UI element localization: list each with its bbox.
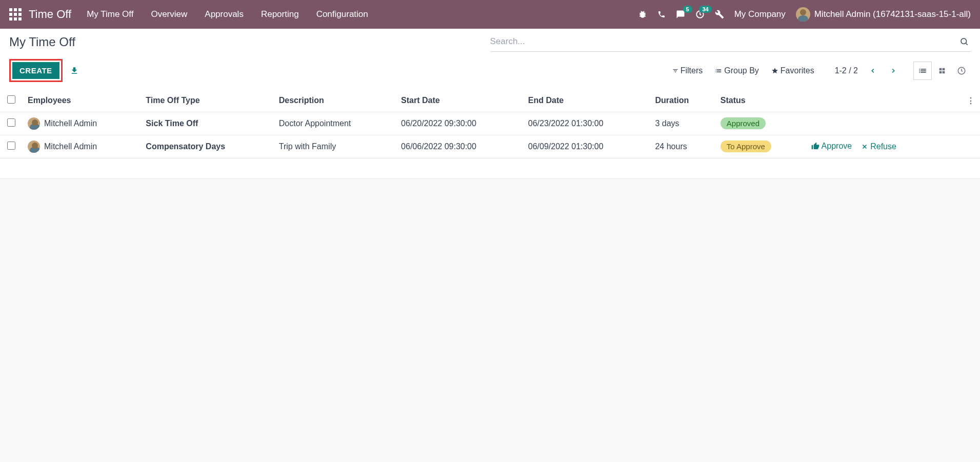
col-start[interactable]: Start Date <box>396 89 523 112</box>
search-input[interactable] <box>490 36 958 47</box>
col-end[interactable]: End Date <box>523 89 650 112</box>
filter-icon <box>672 68 678 74</box>
col-description[interactable]: Description <box>274 89 396 112</box>
table-row[interactable]: Mitchell AdminCompensatory DaysTrip with… <box>0 135 980 158</box>
activity-icon[interactable]: 34 <box>695 10 705 19</box>
download-icon[interactable] <box>67 63 82 78</box>
nav-item-configuration[interactable]: Configuration <box>316 9 368 19</box>
company-switcher[interactable]: My Company <box>734 9 786 19</box>
cell-actions <box>806 112 962 135</box>
cell-duration: 24 hours <box>650 135 715 158</box>
refuse-button[interactable]: Refuse <box>861 142 896 151</box>
cell-description: Trip with Family <box>274 135 396 158</box>
control-panel: My Time Off CREATE Filters Group By <box>0 29 980 89</box>
tools-icon[interactable] <box>715 10 724 19</box>
pager-text[interactable]: 1-2 / 2 <box>835 66 858 75</box>
cell-duration: 3 days <box>650 112 715 135</box>
view-activity-icon[interactable] <box>952 62 971 80</box>
col-duration[interactable]: Duration <box>650 89 715 112</box>
filters-button[interactable]: Filters <box>672 66 703 75</box>
view-kanban-icon[interactable] <box>933 62 951 80</box>
col-employees[interactable]: Employees <box>23 89 141 112</box>
row-checkbox[interactable] <box>7 118 15 127</box>
col-status[interactable]: Status <box>715 89 806 112</box>
col-type[interactable]: Time Off Type <box>141 89 273 112</box>
nav-item-approvals[interactable]: Approvals <box>205 9 244 19</box>
approve-button[interactable]: Approve <box>811 142 852 151</box>
cell-type: Sick Time Off <box>141 112 273 135</box>
cell-type: Compensatory Days <box>141 135 273 158</box>
search-icon[interactable] <box>957 35 971 48</box>
employee-name: Mitchell Admin <box>44 119 97 128</box>
cell-end: 06/09/2022 01:30:00 <box>523 135 650 158</box>
page-title: My Time Off <box>9 35 490 49</box>
status-badge: To Approve <box>721 140 771 152</box>
thumbs-up-icon <box>811 142 819 150</box>
list-icon <box>715 67 722 74</box>
phone-icon[interactable] <box>657 10 666 18</box>
status-badge: Approved <box>721 117 766 129</box>
view-list-icon[interactable] <box>913 62 932 80</box>
nav-item-reporting[interactable]: Reporting <box>261 9 299 19</box>
messaging-badge: 5 <box>683 6 692 13</box>
user-menu[interactable]: Mitchell Admin (16742131-saas-15-1-all) <box>796 7 971 22</box>
favorites-button[interactable]: Favorites <box>771 66 814 75</box>
user-name: Mitchell Admin (16742131-saas-15-1-all) <box>814 9 971 19</box>
nav-item-my-time-off[interactable]: My Time Off <box>87 9 133 19</box>
svg-point-1 <box>961 38 967 44</box>
cell-actions: ApproveRefuse <box>806 135 962 158</box>
create-highlight: CREATE <box>9 59 63 82</box>
row-checkbox[interactable] <box>7 142 15 150</box>
star-icon <box>771 67 778 74</box>
activity-badge: 34 <box>699 6 711 13</box>
user-avatar-icon <box>796 7 810 22</box>
close-icon <box>861 143 868 150</box>
employee-avatar-icon <box>28 140 40 153</box>
cell-end: 06/23/2022 01:30:00 <box>523 112 650 135</box>
optional-columns-icon[interactable]: ⋮ <box>967 96 975 105</box>
nav-menu: My Time Off Overview Approvals Reporting… <box>87 9 638 19</box>
debug-icon[interactable] <box>638 10 647 19</box>
search-bar <box>490 35 971 52</box>
cell-start: 06/20/2022 09:30:00 <box>396 112 523 135</box>
messaging-icon[interactable]: 5 <box>676 10 685 19</box>
employee-name: Mitchell Admin <box>44 142 97 151</box>
main-navbar: Time Off My Time Off Overview Approvals … <box>0 0 980 29</box>
employee-avatar-icon <box>28 117 40 130</box>
create-button[interactable]: CREATE <box>12 62 59 79</box>
groupby-button[interactable]: Group By <box>715 66 759 75</box>
cell-description: Doctor Appointment <box>274 112 396 135</box>
cell-start: 06/06/2022 09:30:00 <box>396 135 523 158</box>
select-all-checkbox[interactable] <box>7 95 15 104</box>
app-brand[interactable]: Time Off <box>29 8 71 21</box>
nav-item-overview[interactable]: Overview <box>151 9 187 19</box>
apps-menu-icon[interactable] <box>9 8 22 21</box>
pager-prev-icon[interactable] <box>867 65 878 76</box>
records-table: Employees Time Off Type Description Star… <box>0 89 980 179</box>
pager-next-icon[interactable] <box>888 65 899 76</box>
table-row[interactable]: Mitchell AdminSick Time OffDoctor Appoin… <box>0 112 980 135</box>
